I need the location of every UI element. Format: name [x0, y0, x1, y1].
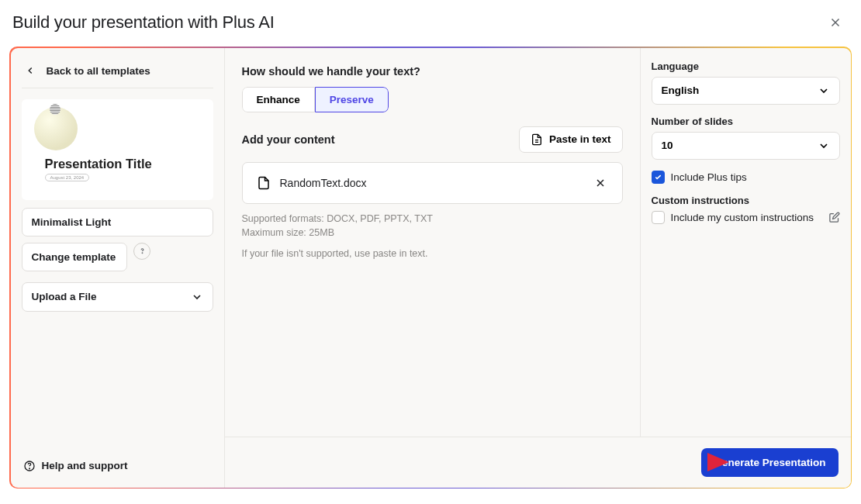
edit-icon — [828, 212, 840, 223]
inner-content: Back to all templates Presentation Title… — [11, 48, 851, 488]
modal-title: Build your presentation with Plus AI — [12, 12, 275, 33]
chevron-down-icon — [191, 291, 203, 303]
paste-in-text-button[interactable]: Paste in text — [519, 126, 623, 153]
footer: Generate Presentation — [225, 437, 851, 488]
question-circle-icon — [23, 460, 36, 472]
help-support-label: Help and support — [42, 460, 128, 471]
template-help-button[interactable] — [133, 243, 150, 260]
custom-instructions-label: Custom instructions — [652, 195, 840, 206]
text-handling-question: How should we handle your text? — [242, 65, 623, 78]
paste-in-text-label: Paste in text — [549, 133, 611, 145]
center-panel: How should we handle your text? Enhance … — [225, 48, 640, 488]
svg-point-2 — [29, 468, 29, 468]
language-value: English — [662, 85, 700, 96]
help-support-link[interactable]: Help and support — [22, 455, 213, 477]
include-tips-label: Include Plus tips — [671, 171, 747, 183]
upload-label: Upload a File — [32, 291, 97, 302]
template-preview: Presentation Title August 23, 2024 — [22, 99, 213, 200]
file-icon — [257, 176, 271, 190]
include-custom-checkbox[interactable] — [652, 211, 665, 224]
back-to-templates-link[interactable]: Back to all templates — [22, 62, 213, 88]
remove-file-button[interactable] — [593, 175, 608, 191]
include-custom-row: Include my custom instructions — [652, 211, 840, 224]
generate-label: Generate Presentation — [714, 457, 825, 468]
fallback-hint: If your file isn't supported, use paste … — [242, 247, 623, 261]
add-content-heading: Add your content — [242, 133, 335, 146]
left-panel: Back to all templates Presentation Title… — [11, 48, 225, 488]
chevron-left-icon — [25, 65, 36, 76]
format-hint: Supported formats: DOCX, PDF, PPTX, TXT — [242, 212, 623, 226]
size-hint: Maximum size: 25MB — [242, 226, 623, 240]
template-name-display: Minimalist Light — [22, 208, 213, 236]
document-icon — [531, 133, 543, 146]
preview-date: August 23, 2024 — [45, 174, 90, 181]
preserve-option[interactable]: Preserve — [315, 87, 389, 112]
language-label: Language — [652, 60, 840, 72]
change-template-label: Change template — [32, 251, 116, 263]
modal-header: Build your presentation with Plus AI — [0, 0, 861, 47]
include-tips-row: Include Plus tips — [652, 171, 840, 184]
preview-graphic — [34, 107, 78, 150]
svg-point-0 — [142, 253, 143, 254]
back-label: Back to all templates — [47, 65, 150, 77]
generate-presentation-button[interactable]: Generate Presentation — [701, 448, 838, 477]
close-icon — [828, 16, 842, 29]
close-icon — [594, 177, 607, 189]
include-tips-checkbox[interactable] — [652, 171, 665, 184]
change-template-button[interactable]: Change template — [22, 243, 128, 271]
close-button[interactable] — [825, 12, 845, 33]
question-icon — [138, 247, 147, 255]
slides-value: 10 — [662, 140, 673, 151]
right-panel: Language English Number of slides 10 Inc… — [640, 48, 851, 488]
slides-select[interactable]: 10 — [652, 132, 840, 160]
preview-title: Presentation Title — [45, 157, 201, 171]
language-select[interactable]: English — [652, 77, 840, 105]
include-custom-label: Include my custom instructions — [671, 212, 814, 223]
main-frame: Back to all templates Presentation Title… — [9, 47, 852, 488]
slides-label: Number of slides — [652, 116, 840, 127]
enhance-option[interactable]: Enhance — [242, 87, 315, 112]
uploaded-file-chip: RandomText.docx — [242, 162, 623, 204]
upload-file-select[interactable]: Upload a File — [22, 282, 213, 312]
check-icon — [654, 173, 662, 181]
file-name: RandomText.docx — [280, 177, 583, 189]
chevron-down-icon — [818, 140, 830, 152]
text-handling-toggle: Enhance Preserve — [242, 87, 389, 112]
chevron-down-icon — [818, 85, 830, 97]
edit-custom-button[interactable] — [828, 212, 840, 223]
template-name-text: Minimalist Light — [32, 216, 112, 228]
